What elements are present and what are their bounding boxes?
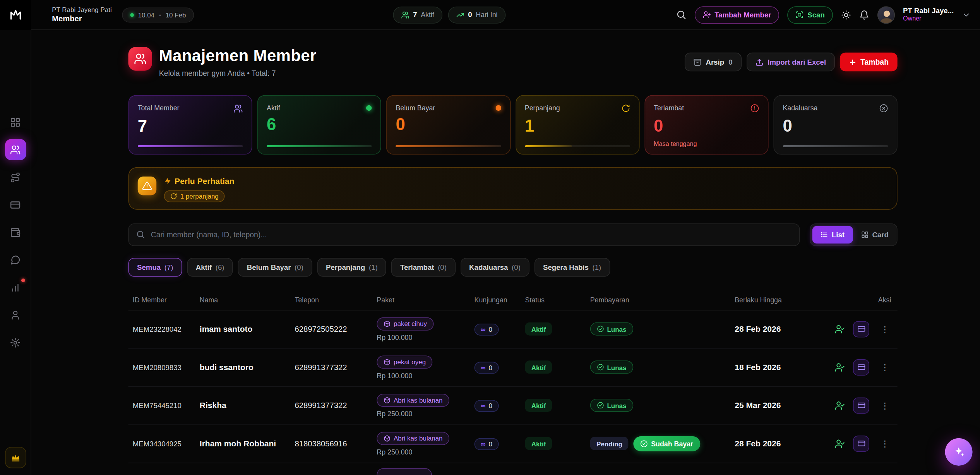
refresh-icon — [621, 104, 630, 113]
attention-banner: Perlu Perhatian 1 perpanjang — [128, 167, 897, 210]
package-price: Rp 100.000 — [377, 372, 474, 379]
app-logo[interactable] — [0, 0, 31, 30]
chevron-down-icon[interactable] — [962, 10, 971, 19]
user-check-button[interactable] — [835, 324, 845, 334]
filter-segera-habis[interactable]: Segera Habis(1) — [534, 258, 610, 277]
sidebar-item-routes[interactable] — [5, 166, 26, 188]
view-list-button[interactable]: List — [812, 226, 853, 244]
filter-terlambat[interactable]: Terlambat(0) — [391, 258, 455, 277]
table-row[interactable]: MEM75445210 Riskha 628991377322 Abri kas… — [128, 387, 897, 425]
payment-cell: Lunas — [590, 361, 735, 374]
search-icon[interactable] — [676, 9, 686, 20]
sparkles-icon — [953, 446, 965, 458]
sidebar-item-reports[interactable] — [5, 277, 26, 298]
filter-kadaluarsa[interactable]: Kadaluarsa(0) — [460, 258, 529, 277]
member-package: Abri kas bulanan Rp 250.000 — [377, 432, 474, 455]
today-count: 0 — [468, 11, 472, 18]
user-check-button[interactable] — [835, 439, 845, 449]
notifications-bell-icon[interactable] — [859, 10, 869, 20]
credit-card-icon — [857, 325, 865, 333]
user-menu[interactable]: PT Rabi Jaye... Owner — [903, 6, 954, 23]
members-users-icon — [134, 53, 146, 65]
sidebar-item-membership-card[interactable] — [5, 194, 26, 215]
search-input[interactable] — [128, 223, 800, 246]
kebab-menu-button[interactable]: ⋮ — [877, 324, 893, 335]
kebab-menu-button[interactable]: ⋮ — [877, 362, 893, 373]
filter-semua[interactable]: Semua(7) — [128, 258, 182, 277]
chat-bubble-icon — [10, 254, 21, 265]
filter-perpanjang[interactable]: Perpanjang(1) — [317, 258, 386, 277]
page-title: Manajemen Member — [159, 47, 317, 65]
today-visits-pill: 0 Hari Ini — [448, 6, 505, 23]
member-package: Abri kas bulanan Rp 250.000 — [377, 394, 474, 417]
sidebar — [0, 30, 31, 475]
table-row[interactable]: MEM20809833 budi ssantoro 628991377322 p… — [128, 348, 897, 387]
page-actions: Arsip 0 Import dari Excel Tambah — [684, 53, 897, 72]
member-phone: 628972505222 — [295, 325, 377, 334]
sidebar-item-dashboard[interactable] — [5, 111, 26, 133]
sidebar-item-members[interactable] — [5, 139, 26, 160]
sidebar-item-wallet[interactable] — [5, 221, 26, 243]
member-visits: ∞0 — [475, 399, 525, 412]
member-phone: 818038056916 — [295, 439, 377, 448]
date-text: 10 Feb — [166, 11, 186, 18]
sidebar-item-settings[interactable] — [5, 332, 26, 353]
kebab-menu-button[interactable]: ⋮ — [877, 438, 893, 449]
user-check-icon — [835, 401, 845, 411]
grid-icon — [861, 231, 868, 238]
sidebar-item-premium[interactable] — [5, 447, 26, 468]
payment-card-button[interactable] — [853, 321, 869, 337]
filter-aktif[interactable]: Aktif(6) — [187, 258, 233, 277]
scan-button[interactable]: Scan — [788, 6, 833, 23]
payment-cell: Lunas — [590, 399, 735, 412]
theme-toggle-sun-icon[interactable] — [841, 10, 851, 20]
package-price: Rp 250.000 — [377, 410, 474, 417]
table-row-partial[interactable] — [128, 463, 897, 475]
alert-triangle-icon — [138, 177, 157, 195]
status-badge: Aktif — [525, 361, 552, 374]
user-check-button[interactable] — [835, 362, 845, 372]
add-member-button[interactable]: Tambah Member — [694, 6, 779, 23]
sidebar-item-chat[interactable] — [5, 249, 26, 271]
ai-assistant-fab[interactable] — [945, 438, 973, 466]
kebab-menu-button[interactable]: ⋮ — [877, 400, 893, 411]
mark-paid-button[interactable]: Sudah Bayar — [634, 436, 700, 451]
user-check-button[interactable] — [835, 401, 845, 411]
member-id: MEM34304925 — [133, 440, 200, 448]
payment-card-button[interactable] — [853, 436, 869, 452]
archive-button[interactable]: Arsip 0 — [684, 53, 741, 72]
avatar[interactable] — [877, 6, 895, 23]
stat-progress — [783, 145, 888, 147]
member-name: budi ssantoro — [200, 363, 295, 372]
stat-card-kadaluarsa: Kadaluarsa 0 — [773, 95, 897, 155]
payment-card-button[interactable] — [853, 398, 869, 414]
infinity-icon: ∞ — [481, 441, 486, 448]
member-id: MEM23228042 — [133, 326, 200, 333]
active-count: 7 — [413, 11, 417, 18]
stat-value: 0 — [654, 118, 759, 135]
check-circle-icon — [597, 402, 604, 409]
today-label: Hari Ini — [476, 11, 497, 18]
stat-card-belum-bayar: Belum Bayar 0 — [386, 95, 510, 155]
col-status: Status — [525, 296, 590, 304]
payment-card-button[interactable] — [853, 359, 869, 376]
renewal-badge[interactable]: 1 perpanjang — [164, 190, 225, 202]
online-status-dot-icon — [130, 13, 134, 17]
status-badge: Aktif — [525, 322, 552, 336]
view-card-button[interactable]: Card — [855, 226, 895, 244]
sidebar-item-profile[interactable] — [5, 304, 26, 326]
table-row[interactable]: MEM23228042 imam santoto 628972505222 pa… — [128, 310, 897, 349]
credit-card-icon — [10, 199, 21, 210]
credit-card-icon — [857, 401, 865, 410]
package-box-icon — [384, 358, 391, 365]
filter-belum-bayar[interactable]: Belum Bayar(0) — [238, 258, 312, 277]
notification-dot-icon — [21, 279, 25, 283]
add-button[interactable]: Tambah — [840, 53, 898, 72]
users-icon — [233, 104, 243, 113]
table-row[interactable]: MEM34304925 Irham moh Robbani 8180380569… — [128, 425, 897, 463]
import-excel-button[interactable]: Import dari Excel — [746, 53, 834, 72]
separator-dot: • — [159, 11, 161, 18]
member-phone: 628991377322 — [295, 363, 377, 372]
member-package — [377, 468, 474, 475]
stat-label: Aktif — [267, 104, 280, 111]
